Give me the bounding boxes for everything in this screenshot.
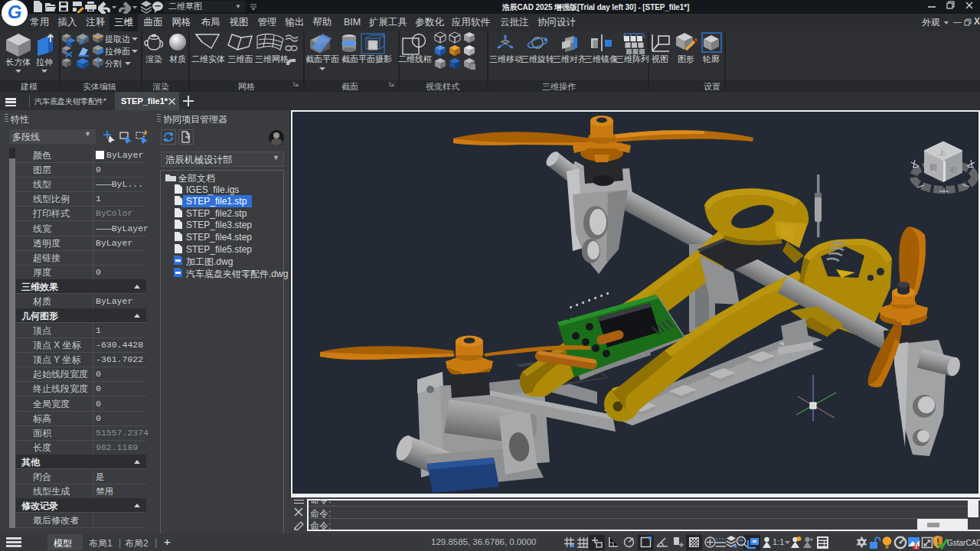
svg-text:上: 上 (939, 148, 946, 156)
svg-text:前: 前 (929, 163, 937, 171)
svg-text:1:1: 1:1 (773, 537, 784, 546)
svg-text:右: 右 (949, 165, 957, 174)
